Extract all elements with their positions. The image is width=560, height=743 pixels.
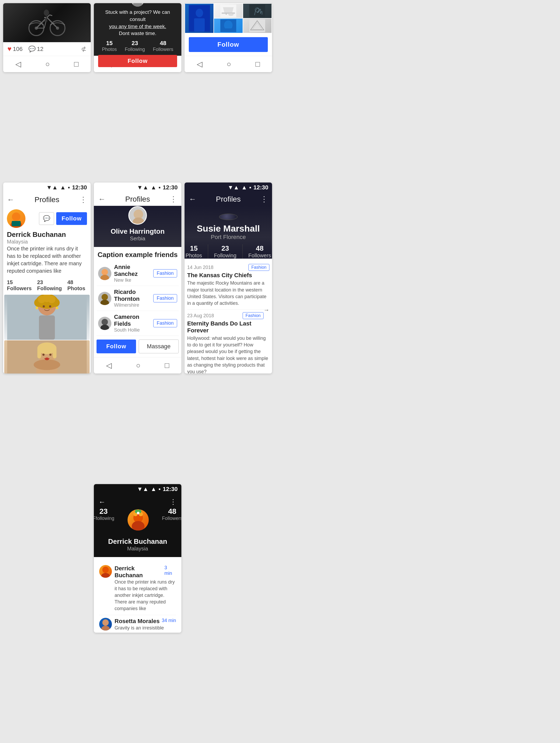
- svg-point-31: [12, 213, 20, 221]
- tagline2: you any time of the week.: [109, 24, 166, 29]
- svg-point-62: [100, 300, 109, 305]
- back-btn[interactable]: ◁: [106, 361, 112, 370]
- share-icon[interactable]: ⊄: [81, 45, 86, 53]
- svg-rect-42: [39, 315, 55, 340]
- hero-location: Serbia: [130, 235, 145, 242]
- card-photo-grid: Follow ◁ ○ □: [185, 3, 272, 72]
- svg-point-56: [45, 358, 49, 360]
- photos-stat: 15 Photos: [102, 40, 117, 52]
- wifi-icon: ▼▲: [137, 486, 149, 493]
- profile-actions: 💬 Follow: [29, 212, 87, 225]
- followers-stat: 48 Followers: [153, 40, 174, 52]
- photo-3: [243, 4, 272, 18]
- friend-info-1: Annie Sanchez New Ike: [114, 264, 151, 283]
- messages-area: Derrick Buchanan 3 min Once the printer …: [96, 560, 179, 632]
- signal-icon: ▲: [241, 184, 247, 191]
- svg-point-66: [132, 521, 144, 530]
- recent-btn[interactable]: □: [255, 60, 260, 69]
- svg-point-46: [56, 307, 58, 309]
- home-btn[interactable]: ○: [136, 361, 141, 370]
- recent-btn[interactable]: □: [165, 361, 169, 370]
- status-bar: ▼▲ ▲ ▪ 12:30: [3, 182, 91, 192]
- more-icon[interactable]: ⋮: [80, 195, 87, 204]
- more-icon[interactable]: ⋮: [170, 195, 177, 204]
- recent-btn[interactable]: □: [74, 60, 79, 69]
- time-display: 12:30: [163, 184, 178, 191]
- message-button[interactable]: Massage: [139, 340, 179, 353]
- following-stat: 23 Following: [125, 40, 145, 52]
- wifi-icon: ▼▲: [46, 184, 58, 191]
- card-dark-tunnel: Stuck with a project? We can consult you…: [94, 3, 181, 72]
- sender-avatar-1: [99, 565, 112, 578]
- wifi-icon: ▼▲: [137, 184, 149, 191]
- hero-dark-area: Susie Marshall Port Florence 15 Photos 2…: [185, 206, 272, 259]
- stats-row: 15 Followers 23 Following 48 Photos: [3, 277, 91, 294]
- svg-point-74: [101, 573, 110, 578]
- follow-button[interactable]: Follow: [189, 37, 268, 52]
- back-btn[interactable]: ◁: [197, 60, 202, 69]
- photo-4: [214, 18, 242, 33]
- back-btn[interactable]: ◁: [15, 60, 21, 69]
- followers-stat: 48 Followers: [162, 507, 181, 533]
- dark-profile-header: ← ⋮ 23 Ffollowing: [94, 494, 181, 557]
- article-2: 23 Aug 2018 Fashion Eternity Bands Do La…: [187, 310, 269, 374]
- hero-avatar: [219, 214, 238, 220]
- profile-section: 💬 Follow: [3, 207, 91, 230]
- friend-item-1: Annie Sanchez New Ike Fashion: [96, 261, 179, 286]
- top-nav: ← Profiles ⋮: [185, 192, 272, 206]
- svg-point-54: [42, 354, 45, 356]
- home-btn[interactable]: ○: [227, 60, 231, 69]
- user-name: Derrick Buchanan: [108, 537, 167, 545]
- battery-icon: ▪: [158, 486, 161, 493]
- photo-2: [214, 4, 242, 18]
- bike-photo-area: [3, 3, 91, 42]
- friend-item-3: Cameron Fields South Hollie Fashion: [96, 311, 179, 336]
- user-bio: Once the printer ink runs dry it has to …: [3, 245, 91, 277]
- message-item-2: Rosetta Morales 34 min Gravity is an irr…: [99, 615, 176, 632]
- user-name: Susie Marshall: [197, 223, 260, 234]
- svg-marker-20: [223, 7, 234, 12]
- signal-icon: ▲: [60, 184, 66, 191]
- message-button[interactable]: 💬: [39, 212, 54, 225]
- more-icon[interactable]: ⋮: [170, 498, 177, 506]
- home-btn[interactable]: ○: [45, 60, 50, 69]
- hero-name: Olive Harrington: [110, 227, 165, 235]
- svg-rect-27: [223, 28, 234, 32]
- photo-grid: [185, 3, 272, 34]
- back-icon[interactable]: ←: [189, 195, 196, 204]
- status-bar: ▼▲ ▲ ▪ 12:30: [94, 182, 181, 192]
- likes-count: ♥ 106: [7, 45, 22, 53]
- message-item-1: Derrick Buchanan 3 min Once the printer …: [99, 562, 176, 615]
- back-icon[interactable]: ←: [98, 195, 105, 204]
- svg-point-22: [228, 13, 234, 16]
- follow-button[interactable]: Follow: [96, 340, 136, 353]
- more-icon[interactable]: ⋮: [261, 195, 268, 204]
- friend-avatar-2: [98, 292, 111, 305]
- hero-avatar: [128, 206, 147, 225]
- photo-1: [185, 4, 214, 33]
- top-nav: ← Profiles ⋮: [3, 192, 91, 207]
- status-bar: ▼▲ ▲ ▪ 12:30: [185, 182, 272, 192]
- time-display: 12:30: [72, 184, 87, 191]
- message-content-2: Rosetta Morales 34 min Gravity is an irr…: [114, 618, 176, 632]
- friends-list: Annie Sanchez New Ike Fashion Ricardo Th…: [94, 261, 181, 336]
- read-more-1[interactable]: →: [264, 307, 269, 313]
- svg-point-59: [101, 269, 108, 275]
- user-avatar: [7, 209, 26, 228]
- svg-point-13: [133, 3, 142, 7]
- stats-row: 23 Ffollowing: [94, 507, 181, 533]
- svg-point-11: [44, 9, 49, 16]
- signal-icon: ▲: [151, 184, 156, 191]
- articles-list: 14 Jun 2018 Fashion The Kansas City Chie…: [185, 259, 272, 374]
- svg-line-9: [50, 15, 52, 16]
- back-icon[interactable]: ←: [99, 498, 105, 506]
- follow-button[interactable]: Follow: [56, 212, 87, 225]
- following-stat: 23 Following: [37, 279, 62, 292]
- back-icon[interactable]: ←: [7, 195, 14, 204]
- svg-point-44: [49, 305, 51, 307]
- svg-point-45: [36, 307, 38, 309]
- nav-bottom-bar: ◁ ○ □: [185, 56, 272, 72]
- card-susie-profile: ▼▲ ▲ ▪ 12:30 ← Profiles ⋮ Susie Marshall…: [185, 182, 272, 374]
- follow-button[interactable]: Follow: [98, 55, 177, 67]
- time-display: 12:30: [253, 184, 268, 191]
